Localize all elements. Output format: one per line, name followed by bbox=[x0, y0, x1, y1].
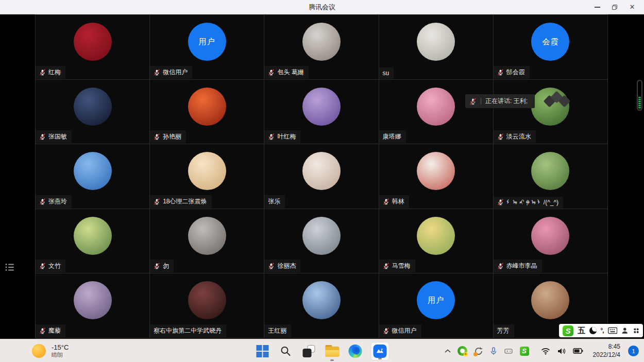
participant-tile[interactable]: 文竹 bbox=[36, 209, 149, 273]
taskbar-center-icons bbox=[255, 339, 389, 362]
close-button[interactable]: ✕ bbox=[623, 1, 641, 14]
participant-name: 红梅 bbox=[48, 68, 61, 77]
participant-tile[interactable]: 红梅 bbox=[36, 15, 149, 79]
mic-muted-icon bbox=[154, 69, 160, 76]
night-mode-icon[interactable] bbox=[589, 327, 597, 334]
participant-name-tag: 王红丽 bbox=[264, 324, 291, 337]
mic-muted-icon bbox=[39, 198, 46, 205]
participant-name-tag: 察右中旗第二中学武晓丹 bbox=[150, 324, 226, 337]
mic-muted-icon bbox=[383, 263, 389, 269]
sogou-tray-button[interactable]: S bbox=[520, 347, 529, 356]
avatar bbox=[74, 281, 112, 319]
start-button[interactable] bbox=[255, 343, 270, 359]
file-explorer-button[interactable] bbox=[325, 343, 340, 359]
tencent-meeting-icon bbox=[374, 344, 387, 358]
participant-name: 勿 bbox=[163, 262, 169, 270]
participant-tile[interactable]: 淡云流水 bbox=[494, 80, 607, 144]
video-watermark-logo bbox=[544, 92, 575, 110]
user-profile-icon[interactable] bbox=[621, 327, 629, 334]
mic-muted-icon bbox=[39, 69, 46, 76]
participant-tile[interactable]: 会霞 郜会霞 bbox=[494, 15, 607, 79]
notification-badge[interactable]: 1 bbox=[628, 346, 639, 356]
restore-button[interactable] bbox=[606, 1, 623, 14]
minimize-button[interactable] bbox=[588, 1, 606, 14]
participant-name: 张乐 bbox=[268, 197, 280, 206]
participant-tile[interactable]: 张国敏 bbox=[36, 80, 149, 144]
chevron-up-icon bbox=[445, 349, 451, 353]
mic-muted-icon bbox=[497, 133, 504, 140]
volume-button[interactable] bbox=[557, 348, 566, 355]
mic-muted-icon bbox=[383, 198, 389, 205]
participant-tile[interactable]: 徐丽杰 bbox=[264, 209, 378, 273]
participant-tile[interactable]: 张燕玲 bbox=[36, 144, 149, 209]
participant-name-tag: 淡云流水 bbox=[494, 130, 536, 143]
participant-tile[interactable]: 韩林 bbox=[379, 144, 493, 209]
participant-tile[interactable]: 马雪梅 bbox=[379, 209, 493, 273]
participant-name-tag: 张乐 bbox=[264, 195, 285, 208]
sync-tray-button[interactable] bbox=[474, 347, 483, 356]
edge-browser-button[interactable] bbox=[348, 343, 363, 359]
participant-name-tag: 叶红梅 bbox=[264, 130, 300, 143]
participant-tile[interactable]: 赤峰市李晶 bbox=[494, 209, 607, 273]
avatar: 会霞 bbox=[531, 23, 569, 61]
participant-tile[interactable]: 勿 bbox=[150, 209, 264, 273]
participant-name-tag: 18心理二张震焕 bbox=[150, 195, 211, 208]
avatar: 用户 bbox=[417, 281, 455, 319]
participant-tile[interactable]: 察右中旗第二中学武晓丹 bbox=[150, 273, 264, 338]
meeting-stage: 红梅 用户 微信用户 包头 葛姗 bbox=[0, 14, 644, 339]
participant-name: 王红丽 bbox=[268, 326, 286, 335]
member-list-toggle-button[interactable] bbox=[4, 262, 15, 273]
mic-muted-icon bbox=[39, 263, 46, 269]
360-safe-icon: + bbox=[457, 346, 467, 356]
participant-name: 18心理二张震焕 bbox=[163, 197, 207, 206]
avatar bbox=[417, 23, 455, 61]
participant-tile[interactable]: 王红丽 bbox=[264, 273, 378, 338]
search-button[interactable] bbox=[278, 343, 294, 359]
list-icon bbox=[4, 262, 15, 273]
tooltip-divider bbox=[481, 98, 481, 105]
participant-name: 叶红梅 bbox=[277, 132, 296, 141]
weather-widget[interactable]: -15°C 晴朗 bbox=[32, 339, 69, 362]
wifi-button[interactable] bbox=[541, 348, 550, 355]
360-safe-tray-button[interactable]: + bbox=[457, 346, 467, 356]
avatar bbox=[531, 281, 569, 319]
participant-tile[interactable]: 孙艳丽 bbox=[150, 80, 264, 144]
participant-name: 察右中旗第二中学武晓丹 bbox=[154, 326, 222, 335]
participant-tile[interactable]: 用户 微信用户 bbox=[150, 15, 264, 79]
participant-name: 淡云流水 bbox=[506, 132, 531, 141]
mic-muted-icon bbox=[268, 69, 275, 76]
battery-button[interactable] bbox=[573, 348, 583, 354]
task-view-button[interactable] bbox=[301, 343, 317, 359]
participant-name-tag: 勿 bbox=[150, 260, 174, 272]
avatar bbox=[531, 152, 569, 190]
participant-tile[interactable]: ᠮᠣᠩᠭᠣᠯ/(^_^) bbox=[494, 144, 607, 209]
tray-overflow-button[interactable] bbox=[445, 349, 451, 353]
avatar bbox=[417, 217, 455, 255]
participant-tile[interactable]: 康塔娜 bbox=[379, 80, 493, 144]
participant-tile[interactable]: 用户 微信用户 bbox=[379, 273, 493, 338]
participant-tile[interactable]: 18心理二张震焕 bbox=[150, 144, 264, 209]
ime-toolbar[interactable]: S 五 °, bbox=[559, 324, 643, 337]
microphone-tray-button[interactable] bbox=[490, 347, 497, 355]
punctuation-mode-icon[interactable]: °, bbox=[601, 327, 604, 334]
taskbar-clock[interactable]: 8:45 2022/12/4 bbox=[593, 343, 620, 359]
mic-muted-icon bbox=[469, 98, 477, 105]
participant-name-tag: 芳芳 bbox=[494, 324, 514, 337]
participant-tile[interactable]: 魔藜 bbox=[36, 273, 149, 338]
clock-time: 8:45 bbox=[593, 343, 620, 351]
mic-muted-icon bbox=[268, 133, 275, 140]
participant-name-tag: 包头 葛姗 bbox=[264, 66, 308, 79]
mic-muted-icon bbox=[497, 263, 504, 269]
folder-icon bbox=[325, 345, 339, 357]
participant-tile[interactable]: 张乐 bbox=[264, 144, 378, 209]
ime-mode-wubi[interactable]: 五 bbox=[578, 326, 585, 336]
participant-tile[interactable]: su bbox=[379, 15, 493, 79]
participant-tile[interactable]: 包头 葛姗 bbox=[264, 15, 378, 79]
sogou-logo-icon[interactable]: S bbox=[563, 325, 573, 336]
tool-tray-button[interactable] bbox=[504, 347, 513, 356]
ime-toolbox-icon[interactable] bbox=[633, 327, 640, 334]
tencent-meeting-button[interactable] bbox=[371, 342, 389, 360]
participant-tile[interactable]: 叶红梅 bbox=[264, 80, 378, 144]
soft-keyboard-icon[interactable] bbox=[608, 327, 617, 334]
participant-grid: 红梅 用户 微信用户 包头 葛姗 bbox=[35, 14, 608, 338]
